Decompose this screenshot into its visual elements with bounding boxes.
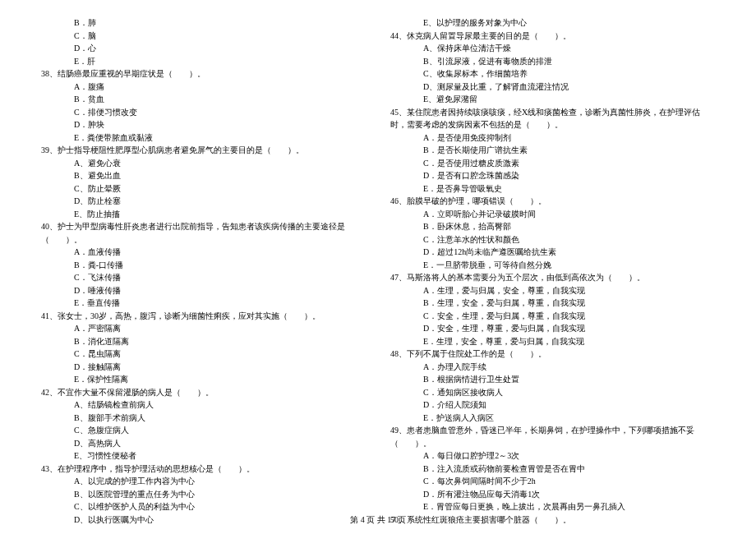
page-footer: 第 4 页 共 17 页	[0, 514, 756, 526]
option: B、避免出血	[74, 169, 366, 182]
option: B．肺	[74, 16, 366, 30]
option: B．粪-口传播	[74, 259, 366, 272]
question-46: 46、胎膜早破的护理，哪项错误（ ）。	[390, 195, 715, 208]
option: E．垂直传播	[74, 297, 366, 310]
option: C．通知病区接收病人	[423, 386, 715, 399]
option: C．安全，生理，爱与归属，尊重，自我实现	[423, 310, 715, 323]
option: A．腹痛	[74, 81, 366, 94]
option: D．接触隔离	[74, 361, 366, 374]
option: B．生理，安全，爱与归属，尊重，自我实现	[423, 297, 715, 310]
option: D、防止栓塞	[74, 195, 366, 208]
option: E．护送病人入病区	[423, 412, 715, 425]
option: D、高热病人	[74, 437, 366, 450]
option: A．严密隔离	[74, 322, 366, 335]
option: B、以医院管理的重点任务为中心	[74, 488, 366, 501]
option: A、以完成的护理工作内容为中心	[74, 475, 366, 488]
option: E．肝	[74, 55, 366, 68]
option: A．血液传播	[74, 246, 366, 259]
option: E、习惯性便秘者	[74, 449, 366, 463]
option: D．是否有口腔念珠菌感染	[423, 169, 715, 182]
question-39: 39、护士指导梗阻性肥厚型心肌病患者避免屏气的主要目的是（ ）。	[41, 144, 366, 157]
document-content: B．肺 C．脑 D．心 E．肝 38、结肠癌最应重视的早期症状是（ ）。 A．腹…	[41, 16, 715, 501]
option: B．贫血	[74, 93, 366, 106]
option: A、保持床单位清洁干燥	[423, 42, 715, 55]
question-49: 49、患者患脑血管意外，昏迷已半年，长期鼻饲，在护理操作中，下列哪项措施不妥（ …	[390, 424, 715, 449]
option: C、急腹症病人	[74, 424, 366, 437]
option: D．超过12h尚未临产遵医嘱给抗生素	[423, 246, 715, 259]
option: B．卧床休息，抬高臀部	[423, 220, 715, 233]
option: A．每日做口腔护理2～3次	[423, 449, 715, 463]
option: D．安全，生理，尊重，爱与归属，自我实现	[423, 322, 715, 335]
option: C．脑	[74, 30, 366, 43]
option: E．粪便带脓血或黏液	[74, 131, 366, 145]
option: B．是否长期使用广谱抗生素	[423, 144, 715, 157]
option: C．昆虫隔离	[74, 348, 366, 361]
option: D、测尿量及比重，了解肾血流灌注情况	[423, 81, 715, 94]
option: D．介绍人院须知	[423, 398, 715, 412]
option: A．立即听胎心并记录破膜时间	[423, 208, 715, 221]
option: E、避免尿潴留	[423, 93, 715, 106]
option: C．排便习惯改变	[74, 106, 366, 119]
option: E．保护性隔离	[74, 373, 366, 386]
option: C、收集尿标本，作细菌培养	[423, 67, 715, 81]
option: A、结肠镜检查前病人	[74, 398, 366, 412]
option: B、腹部手术前病人	[74, 412, 366, 425]
option: D．肿块	[74, 118, 366, 131]
option: C．注意羊水的性状和颜色	[423, 233, 715, 246]
option: A．办理入院手续	[423, 361, 715, 374]
option: E、以护理的服务对象为中心	[423, 16, 715, 30]
option: C、以维护医护人员的利益为中心	[74, 500, 366, 513]
option: E、防止抽搐	[74, 208, 366, 221]
question-40: 40、护士为甲型病毒性肝炎患者进行出院前指导，告知患者该疾病传播的主要途径是（ …	[41, 220, 366, 246]
option: C、防止晕厥	[74, 182, 366, 196]
question-44: 44、休克病人留置导尿最主要的目的是（ ）。	[390, 30, 715, 43]
question-38: 38、结肠癌最应重视的早期症状是（ ）。	[41, 67, 366, 81]
question-48: 48、下列不属于住院处工作的是（ ）。	[390, 348, 715, 361]
question-42: 42、不宜作大量不保留灌肠的病人是（ ）。	[41, 386, 366, 399]
option: D．所有灌注物品应每天消毒1次	[423, 488, 715, 501]
option: B．注入流质或药物前要检查胃管是否在胃中	[423, 463, 715, 476]
option: D．心	[74, 42, 366, 55]
option: B．消化道隔离	[74, 335, 366, 348]
option: E．胃管应每日更换，晚上拔出，次晨再由另一鼻孔插入	[423, 500, 715, 513]
option: C．每次鼻饲间隔时间不少于2h	[423, 475, 715, 488]
option: D．唾液传播	[74, 284, 366, 297]
option: A．是否使用免疫抑制剂	[423, 131, 715, 145]
option: C．飞沫传播	[74, 271, 366, 284]
question-47: 47、马斯洛将人的基本需要分为五个层次，由低到高依次为（ ）。	[390, 271, 715, 284]
option: A．生理，爱与归属，安全，尊重，自我实现	[423, 284, 715, 297]
left-column: B．肺 C．脑 D．心 E．肝 38、结肠癌最应重视的早期症状是（ ）。 A．腹…	[41, 16, 366, 501]
right-column: E、以护理的服务对象为中心 44、休克病人留置导尿最主要的目的是（ ）。 A、保…	[390, 16, 715, 501]
option: E．生理，安全，尊重，爱与归属，自我实现	[423, 335, 715, 348]
option: B、引流尿液，促进有毒物质的排泄	[423, 55, 715, 68]
option: A、避免心衰	[74, 157, 366, 170]
question-43: 43、在护理程序中，指导护理活动的思想核心是（ ）。	[41, 463, 366, 476]
question-41: 41、张女士，30岁，高热，腹泻，诊断为细菌性痢疾，应对其实施（ ）。	[41, 310, 366, 323]
option: E．是否鼻导管吸氧史	[423, 182, 715, 196]
option: B．根据病情进行卫生处置	[423, 373, 715, 386]
option: C．是否使用过糖皮质激素	[423, 157, 715, 170]
question-45: 45、某住院患者因持续咳痰咳痰，经X线和痰菌检查，诊断为真菌性肺炎，在护理评估时…	[390, 106, 715, 131]
option: E．一旦脐带脱垂，可等待自然分娩	[423, 259, 715, 272]
